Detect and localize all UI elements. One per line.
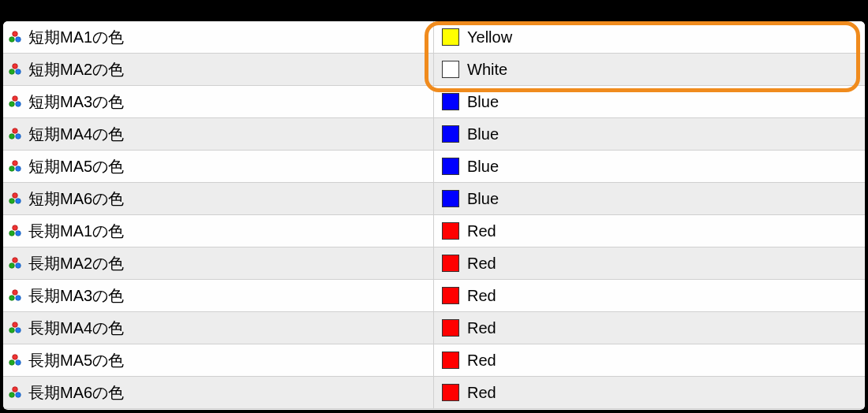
color-name: Yellow	[467, 28, 512, 47]
param-label-cell: 長期MA1の色	[3, 215, 434, 247]
svg-point-0	[13, 32, 18, 37]
color-swatch	[442, 93, 459, 110]
color-swatch	[442, 287, 459, 304]
table-row: 短期MA3の色 Blue	[3, 86, 865, 118]
param-label: 長期MA1の色	[28, 221, 124, 242]
color-value-cell[interactable]: Blue	[434, 183, 865, 214]
svg-point-28	[9, 328, 15, 333]
param-label-cell: 長期MA5の色	[3, 344, 434, 376]
color-swatch	[442, 190, 459, 207]
svg-point-30	[13, 355, 18, 360]
svg-point-14	[16, 166, 21, 172]
color-value-cell[interactable]: Blue	[434, 151, 865, 182]
svg-point-6	[13, 96, 18, 102]
param-label: 長期MA6の色	[28, 382, 124, 404]
param-label-cell: 短期MA6の色	[3, 183, 434, 214]
svg-point-7	[9, 102, 15, 107]
svg-point-17	[16, 199, 21, 204]
color-name: Red	[467, 287, 496, 305]
color-swatch	[442, 255, 459, 272]
svg-point-24	[13, 290, 18, 296]
color-param-icon	[8, 192, 22, 206]
svg-point-2	[16, 37, 21, 43]
color-value-cell[interactable]: Red	[434, 344, 865, 376]
svg-point-19	[9, 231, 15, 236]
param-label: 長期MA3の色	[28, 285, 124, 307]
color-param-icon	[8, 224, 22, 238]
color-swatch	[442, 61, 459, 78]
color-name: Red	[467, 384, 496, 402]
param-label: 短期MA1の色	[28, 27, 124, 48]
color-name: Blue	[467, 190, 499, 208]
param-label: 長期MA2の色	[28, 253, 124, 274]
param-label: 短期MA4の色	[28, 124, 124, 145]
param-label-cell: 短期MA4の色	[3, 118, 434, 150]
svg-point-8	[16, 102, 21, 107]
param-label: 短期MA5の色	[28, 156, 124, 177]
param-label-cell: 短期MA1の色	[3, 21, 434, 53]
color-param-icon	[8, 353, 22, 367]
param-label-cell: 短期MA5の色	[3, 151, 434, 182]
table-row: 短期MA6の色 Blue	[3, 183, 865, 215]
svg-point-18	[13, 225, 18, 231]
color-swatch	[442, 28, 459, 46]
color-swatch	[442, 125, 459, 143]
svg-point-11	[16, 134, 21, 140]
color-swatch	[442, 319, 459, 337]
color-value-cell[interactable]: Red	[434, 215, 865, 247]
color-name: White	[467, 61, 507, 79]
color-param-icon	[8, 385, 22, 400]
color-name: Red	[467, 255, 496, 273]
svg-point-4	[9, 69, 15, 75]
svg-point-13	[9, 166, 15, 172]
table-row: 長期MA4の色 Red	[3, 312, 865, 344]
table-row: 短期MA4の色 Blue	[3, 118, 865, 151]
color-param-icon	[8, 62, 22, 76]
color-swatch	[442, 352, 459, 369]
color-name: Blue	[467, 158, 499, 176]
color-param-icon	[8, 159, 22, 173]
svg-point-21	[13, 258, 18, 263]
param-label-cell: 短期MA3の色	[3, 86, 434, 117]
color-value-cell[interactable]: White	[434, 54, 865, 85]
param-label: 短期MA3の色	[28, 91, 124, 113]
svg-point-15	[13, 193, 18, 199]
table-row: 長期MA2の色 Red	[3, 247, 865, 280]
color-value-cell[interactable]: Red	[434, 377, 865, 408]
table-row: 長期MA5の色 Red	[3, 344, 865, 377]
svg-point-10	[9, 134, 15, 140]
svg-point-35	[16, 393, 21, 398]
color-param-icon	[8, 321, 22, 335]
svg-point-32	[16, 360, 21, 366]
color-name: Blue	[467, 125, 499, 143]
color-value-cell[interactable]: Blue	[434, 118, 865, 150]
color-name: Red	[467, 352, 496, 370]
svg-point-33	[13, 387, 18, 393]
svg-point-5	[16, 69, 21, 75]
color-value-cell[interactable]: Red	[434, 247, 865, 279]
param-label: 短期MA2の色	[28, 59, 124, 80]
param-label-cell: 長期MA6の色	[3, 377, 434, 408]
svg-point-1	[9, 37, 15, 43]
svg-point-3	[13, 64, 18, 69]
svg-point-23	[16, 263, 21, 269]
table-row: 長期MA1の色 Red	[3, 215, 865, 247]
param-label: 長期MA5の色	[28, 350, 124, 371]
color-param-icon	[8, 256, 22, 270]
table-row: 短期MA2の色 White	[3, 54, 865, 86]
color-name: Red	[467, 319, 496, 337]
color-swatch	[442, 222, 459, 240]
svg-point-25	[9, 296, 15, 301]
color-value-cell[interactable]: Red	[434, 312, 865, 344]
color-name: Red	[467, 222, 496, 240]
param-label: 長期MA4の色	[28, 318, 124, 339]
color-value-cell[interactable]: Yellow	[434, 21, 865, 53]
param-label-cell: 長期MA2の色	[3, 247, 434, 279]
param-label-cell: 短期MA2の色	[3, 54, 434, 85]
color-value-cell[interactable]: Red	[434, 280, 865, 311]
color-swatch	[442, 384, 459, 401]
color-param-icon	[8, 95, 22, 109]
color-value-cell[interactable]: Blue	[434, 86, 865, 117]
table-row: 短期MA1の色 Yellow	[3, 21, 865, 54]
param-label-cell: 長期MA3の色	[3, 280, 434, 311]
